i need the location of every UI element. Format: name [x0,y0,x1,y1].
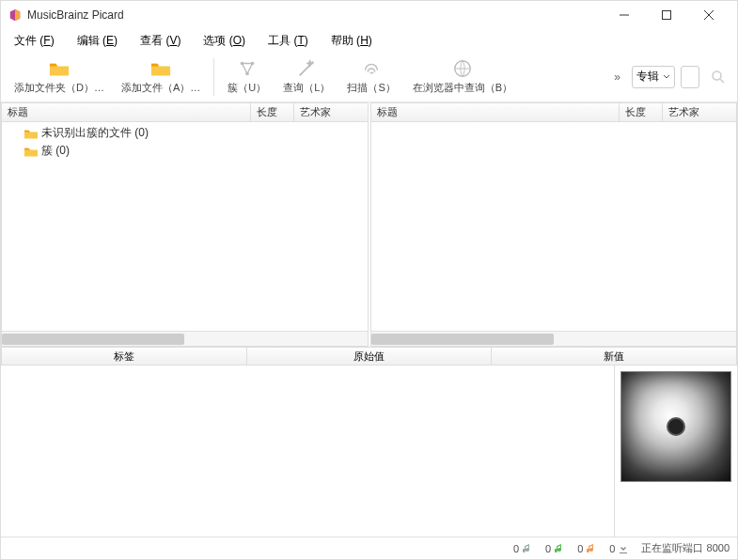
cluster-icon [237,58,258,79]
scan-button[interactable]: 扫描（S） [339,56,402,97]
fingerprint-icon [361,58,382,79]
column-artist[interactable]: 艺术家 [663,103,736,121]
menu-tools[interactable]: 工具 (T) [259,31,318,51]
tag-column-new[interactable]: 新值 [492,348,736,365]
cluster-button[interactable]: 簇（U） [220,56,274,97]
cover-art-panel [615,366,737,537]
globe-icon [452,58,473,79]
status-listening: 正在监听端口 8000 [641,541,730,555]
left-h-scrollbar[interactable] [2,331,368,346]
column-title[interactable]: 标题 [2,103,251,121]
wand-icon [296,58,317,79]
tree-row[interactable]: 簇 (0) [6,142,364,160]
column-length[interactable]: 长度 [251,103,294,121]
menu-file[interactable]: 文件 (F) [5,31,64,51]
tag-column-tag[interactable]: 标签 [2,348,247,365]
chevron-down-icon [663,70,670,84]
toolbar-overflow-button[interactable]: » [608,70,626,84]
menu-help[interactable]: 帮助 (H) [322,31,382,51]
browser-lookup-button[interactable]: 在浏览器中查询（B） [405,56,520,97]
tag-table-header: 标签 原始值 新值 [1,347,737,366]
search-button[interactable] [705,64,731,90]
lookup-button[interactable]: 查询（L） [275,56,338,97]
status-pending: 0 [513,543,532,554]
statusbar: 0 0 0 0 正在监听端口 8000 [1,537,737,559]
tag-column-original[interactable]: 原始值 [247,348,493,365]
left-column-headers: 标题 长度 艺术家 [2,103,368,122]
music-note-icon [523,544,532,553]
svg-rect-0 [662,11,670,20]
search-input[interactable] [681,66,699,88]
add-folder-button[interactable]: 添加文件夹（D）… [7,56,112,97]
status-downloads: 0 [609,543,628,554]
status-bad: 0 [577,543,596,554]
cover-art-placeholder[interactable] [620,371,731,482]
window-title: MusicBrainz Picard [27,8,603,22]
app-icon [8,8,22,22]
right-tree[interactable] [371,122,737,331]
column-title[interactable]: 标题 [371,103,620,121]
column-length[interactable]: 长度 [620,103,663,121]
search-type-dropdown[interactable]: 专辑 [632,66,675,88]
right-column-headers: 标题 长度 艺术家 [371,103,737,122]
right-pane: 标题 长度 艺术家 [370,102,738,347]
folder-icon [49,58,70,79]
tag-table-body[interactable] [1,366,615,537]
menu-view[interactable]: 查看 (V) [131,31,190,51]
folder-icon [24,128,38,139]
maximize-button[interactable] [645,1,687,29]
menu-edit[interactable]: 编辑 (E) [68,31,127,51]
music-note-green-icon [555,544,564,553]
right-h-scrollbar[interactable] [371,331,737,346]
status-good: 0 [545,543,564,554]
tree-row[interactable]: 未识别出簇的文件 (0) [6,124,364,142]
add-files-button[interactable]: 添加文件（A）… [114,56,208,97]
left-tree[interactable]: 未识别出簇的文件 (0) 簇 (0) [2,122,368,331]
toolbar: 添加文件夹（D）… 添加文件（A）… 簇（U） 查询（L） 扫描（S） 在浏览器… [1,52,737,102]
file-folder-icon [150,58,171,79]
folder-icon [24,146,38,157]
download-icon [619,544,628,553]
svg-point-5 [713,71,721,80]
menubar: 文件 (F) 编辑 (E) 查看 (V) 选项 (O) 工具 (T) 帮助 (H… [1,29,737,52]
column-artist[interactable]: 艺术家 [294,103,368,121]
menu-options[interactable]: 选项 (O) [194,31,255,51]
left-pane: 标题 长度 艺术家 未识别出簇的文件 (0) 簇 (0) [1,102,369,347]
music-note-orange-icon [587,544,596,553]
minimize-button[interactable] [603,1,645,29]
close-button[interactable] [687,1,730,29]
